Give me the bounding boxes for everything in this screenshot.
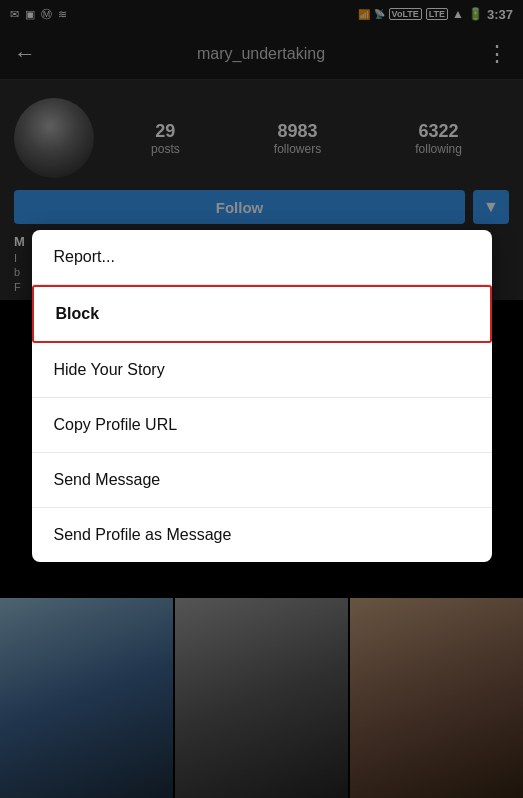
menu-item-send-message-label: Send Message [54,471,161,489]
dialog-overlay: Report... Block Hide Your Story Copy Pro… [0,0,523,798]
menu-item-copy-url-label: Copy Profile URL [54,416,178,434]
menu-item-report-label: Report... [54,248,115,266]
menu-item-hide-story-label: Hide Your Story [54,361,165,379]
page-wrapper: ✉ ▣ Ⓜ ≋ 📶 📡 VoLTE LTE ▲ 🔋 3:37 ← mary_un… [0,0,523,798]
context-menu: Report... Block Hide Your Story Copy Pro… [32,230,492,562]
menu-item-send-profile[interactable]: Send Profile as Message [32,508,492,562]
menu-item-send-profile-label: Send Profile as Message [54,526,232,544]
menu-item-block-label: Block [56,305,100,323]
menu-item-send-message[interactable]: Send Message [32,453,492,508]
menu-item-copy-url[interactable]: Copy Profile URL [32,398,492,453]
menu-item-block[interactable]: Block [32,285,492,343]
menu-item-report[interactable]: Report... [32,230,492,285]
menu-item-hide-story[interactable]: Hide Your Story [32,343,492,398]
